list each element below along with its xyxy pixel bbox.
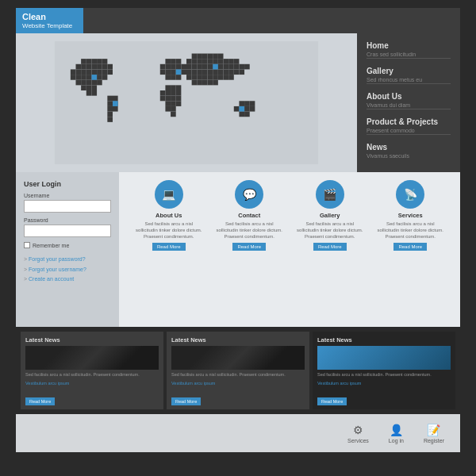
- login-link[interactable]: Create an account: [24, 274, 111, 285]
- svg-rect-39: [113, 96, 118, 102]
- svg-rect-139: [239, 112, 244, 117]
- svg-rect-143: [213, 64, 218, 70]
- svg-rect-42: [107, 106, 113, 112]
- nav-item-gallery[interactable]: GallerySed rhoncus metus eu: [367, 67, 451, 84]
- svg-rect-81: [202, 54, 208, 60]
- svg-rect-59: [165, 75, 171, 80]
- svg-rect-106: [244, 64, 250, 70]
- bottom-item-register[interactable]: 📝 Register: [424, 424, 444, 443]
- svg-rect-114: [224, 69, 229, 75]
- bottom-icon: ⚙: [353, 424, 363, 436]
- nav-item-home[interactable]: HomeCras sed sollicitudin: [367, 41, 451, 59]
- svg-rect-98: [202, 64, 208, 70]
- svg-rect-67: [171, 90, 176, 96]
- svg-rect-72: [176, 96, 182, 102]
- bottom-item-log-in[interactable]: 👤 Log in: [389, 424, 404, 443]
- svg-rect-23: [81, 75, 86, 80]
- news-read-more-button[interactable]: Read More: [25, 397, 55, 405]
- news-text: Sed facilisis arcu a nisl sollicitudin. …: [171, 372, 305, 378]
- svg-rect-129: [202, 80, 208, 86]
- news-text: Sed facilisis arcu a nisl sollicitudin. …: [25, 372, 159, 378]
- svg-rect-140: [244, 112, 250, 117]
- svg-rect-1: [81, 59, 86, 64]
- svg-rect-102: [224, 64, 229, 70]
- svg-rect-29: [81, 80, 86, 86]
- svg-rect-28: [76, 80, 82, 86]
- login-link[interactable]: Forgot your username?: [24, 265, 111, 275]
- service-icon-about us[interactable]: 💻: [155, 180, 183, 209]
- read-more-button[interactable]: Read More: [232, 243, 266, 251]
- service-icon-services[interactable]: 📡: [396, 180, 424, 209]
- bottom-item-services[interactable]: ⚙ Services: [347, 424, 369, 443]
- read-more-button[interactable]: Read More: [393, 243, 427, 251]
- svg-rect-6: [76, 64, 82, 70]
- service-icon-symbol: 📡: [404, 188, 417, 201]
- news-read-more-button[interactable]: Read More: [171, 397, 201, 405]
- svg-rect-142: [176, 69, 182, 75]
- news-footer: Vestibulum arcu ipsum: [25, 381, 159, 386]
- svg-rect-48: [176, 59, 182, 64]
- svg-rect-118: [186, 75, 192, 80]
- svg-rect-46: [165, 59, 171, 64]
- news-read-more-button[interactable]: Read More: [317, 397, 347, 405]
- news-footer: Vestibulum arcu ipsum: [171, 381, 305, 386]
- nav-item-product-&-projects[interactable]: Product & ProjectsPraesent commodo: [367, 117, 451, 135]
- svg-rect-103: [228, 64, 234, 70]
- login-sidebar: User Login Username Password Remember me…: [16, 172, 119, 327]
- svg-rect-71: [171, 96, 176, 102]
- svg-rect-86: [192, 59, 198, 64]
- bottom-bar: ⚙ Services 👤 Log in 📝 Register: [16, 414, 460, 452]
- svg-rect-112: [213, 69, 218, 75]
- svg-rect-47: [171, 59, 176, 64]
- svg-rect-131: [213, 80, 218, 86]
- svg-rect-11: [102, 64, 108, 70]
- nav-item-news[interactable]: NewsVivamus saecuils: [367, 143, 451, 159]
- svg-rect-105: [239, 64, 244, 70]
- bottom-label: Log in: [389, 438, 404, 443]
- svg-rect-55: [165, 69, 171, 75]
- site-title: Clean: [22, 12, 77, 22]
- svg-rect-45: [107, 117, 113, 122]
- svg-rect-93: [228, 59, 234, 64]
- news-title: Latest News: [25, 336, 159, 344]
- svg-rect-40: [107, 101, 113, 106]
- svg-rect-27: [102, 75, 108, 80]
- svg-rect-68: [176, 90, 182, 96]
- read-more-button[interactable]: Read More: [152, 243, 186, 251]
- svg-rect-83: [213, 54, 218, 60]
- login-link[interactable]: Forgot your password?: [24, 255, 111, 265]
- svg-rect-80: [197, 54, 202, 60]
- svg-rect-138: [250, 106, 255, 112]
- svg-rect-107: [186, 69, 192, 75]
- svg-rect-35: [91, 85, 97, 90]
- svg-rect-111: [208, 69, 213, 75]
- service-desc: Sed facilisis arcu a nisl sollicitudin t…: [133, 221, 204, 240]
- remember-checkbox[interactable]: [24, 242, 30, 248]
- news-section: Latest News Sed facilisis arcu a nisl so…: [16, 327, 460, 414]
- service-icon-contact[interactable]: 💬: [235, 180, 263, 209]
- svg-rect-121: [202, 75, 208, 80]
- header: Clean Website Template: [16, 8, 460, 33]
- read-more-button[interactable]: Read More: [313, 243, 347, 251]
- svg-rect-22: [76, 75, 82, 80]
- svg-rect-96: [192, 64, 198, 70]
- svg-rect-2: [86, 59, 92, 64]
- svg-rect-108: [192, 69, 198, 75]
- service-name: Contact: [238, 212, 260, 219]
- svg-rect-34: [86, 85, 92, 90]
- svg-rect-4: [97, 59, 102, 64]
- password-input[interactable]: [24, 225, 111, 237]
- svg-rect-145: [113, 101, 118, 106]
- news-image: [317, 346, 451, 370]
- service-desc: Sed facilisis arcu a nisl sollicitudin t…: [294, 221, 365, 240]
- news-card-0: Latest News Sed facilisis arcu a nisl so…: [21, 332, 163, 409]
- username-input[interactable]: [24, 200, 111, 213]
- login-links: Forgot your password?Forgot your usernam…: [24, 255, 111, 285]
- service-icon-gallery[interactable]: 🎬: [316, 180, 344, 209]
- svg-rect-13: [71, 69, 76, 75]
- svg-rect-19: [102, 69, 108, 75]
- news-card-1: Latest News Sed facilisis arcu a nisl so…: [167, 332, 309, 409]
- svg-rect-31: [91, 80, 97, 86]
- nav-item-about-us[interactable]: About UsVivamus dui diam: [367, 92, 451, 109]
- svg-rect-87: [197, 59, 202, 64]
